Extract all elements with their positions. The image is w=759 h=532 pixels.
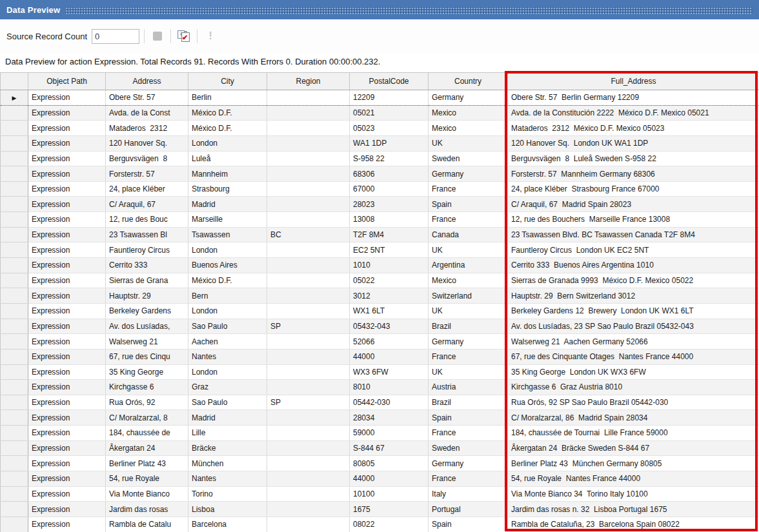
table-cell[interactable]: Germany (429, 334, 508, 350)
row-selector[interactable] (1, 288, 28, 304)
validate-button[interactable] (176, 28, 192, 44)
table-cell[interactable]: SP (267, 395, 350, 410)
table-cell[interactable]: London (188, 135, 267, 151)
table-cell[interactable] (267, 349, 350, 364)
table-cell[interactable] (267, 258, 350, 273)
table-cell[interactable]: Bern (188, 288, 267, 304)
table-cell[interactable]: Sweden (429, 440, 508, 456)
stop-button[interactable] (149, 28, 166, 44)
table-cell[interactable]: 10100 (350, 486, 429, 502)
table-cell[interactable]: Expression (28, 334, 106, 350)
table-cell[interactable]: Mexico (429, 273, 508, 288)
table-cell[interactable] (267, 364, 350, 380)
table-cell[interactable]: Berkeley Gardens 12 Brewery London UK WX… (508, 303, 759, 319)
table-cell[interactable]: Expression (28, 258, 106, 273)
table-cell[interactable]: Expression (28, 440, 106, 456)
table-cell[interactable]: Berkeley Gardens (106, 303, 188, 319)
table-cell[interactable]: México D.F. (188, 105, 267, 121)
table-cell[interactable]: C/ Araquil, 67 (106, 197, 188, 212)
table-cell[interactable]: Forsterstr. 57 (106, 166, 188, 182)
table-cell[interactable]: London (188, 303, 267, 319)
table-cell[interactable] (267, 486, 350, 502)
table-cell[interactable]: 35 King George (106, 364, 188, 380)
table-cell[interactable]: 05023 (350, 121, 429, 136)
row-selector[interactable] (1, 303, 28, 319)
table-cell[interactable]: 05432-043 (350, 319, 429, 334)
table-cell[interactable]: Expression (28, 90, 106, 106)
table-cell[interactable]: UK (429, 242, 508, 258)
table-cell[interactable]: Spain (429, 517, 508, 532)
table-cell[interactable]: Mannheim (188, 166, 267, 182)
row-selector-header[interactable] (1, 73, 28, 90)
table-cell[interactable]: Avda. de la Constitución 2222 México D.F… (508, 105, 759, 121)
table-cell[interactable]: Germany (429, 90, 508, 106)
table-cell[interactable]: WX1 6LT (350, 303, 429, 319)
table-cell[interactable]: France (429, 426, 508, 441)
column-header[interactable]: PostalCode (350, 73, 429, 90)
source-record-count-input[interactable] (92, 29, 139, 44)
table-cell[interactable]: Kirchgasse 6 (106, 380, 188, 395)
table-cell[interactable] (267, 90, 350, 106)
table-cell[interactable]: 67, rue des Cinqu (106, 349, 188, 364)
table-cell[interactable]: Expression (28, 212, 106, 228)
row-selector[interactable] (1, 258, 28, 273)
row-selector[interactable] (1, 440, 28, 456)
table-cell[interactable]: Mataderos 2312 México D.F. Mexico 05023 (508, 121, 759, 136)
table-cell[interactable]: Hauptstr. 29 Bern Switzerland 3012 (508, 288, 759, 304)
table-cell[interactable]: WX3 6FW (350, 364, 429, 380)
table-cell[interactable]: Expression (28, 364, 106, 380)
table-cell[interactable]: 184, chaussée de Tournai Lille France 59… (508, 426, 759, 441)
table-cell[interactable] (267, 517, 350, 532)
table-cell[interactable]: Torino (188, 486, 267, 502)
table-cell[interactable]: 120 Hanover Sq. London UK WA1 1DP (508, 135, 759, 151)
table-cell[interactable]: Berliner Platz 43 (106, 456, 188, 471)
table-cell[interactable] (267, 426, 350, 441)
table-cell[interactable]: 59000 (350, 426, 429, 441)
table-cell[interactable]: 05021 (350, 105, 429, 121)
table-cell[interactable] (267, 456, 350, 471)
table-cell[interactable]: UK (429, 364, 508, 380)
table-cell[interactable]: 52066 (350, 334, 429, 350)
table-cell[interactable] (267, 471, 350, 487)
table-cell[interactable]: Graz (188, 380, 267, 395)
table-cell[interactable]: Rambla de Cataluña, 23 Barcelona Spain 0… (508, 517, 759, 532)
table-cell[interactable]: Expression (28, 242, 106, 258)
table-cell[interactable]: Austria (429, 380, 508, 395)
table-cell[interactable]: Expression (28, 349, 106, 364)
table-cell[interactable]: Germany (429, 166, 508, 182)
table-cell[interactable]: Expression (28, 166, 106, 182)
table-cell[interactable]: C/ Araquil, 67 Madrid Spain 28023 (508, 197, 759, 212)
table-cell[interactable]: France (429, 471, 508, 487)
table-cell[interactable]: Expression (28, 471, 106, 487)
table-cell[interactable]: Via Monte Bianco (106, 486, 188, 502)
table-cell[interactable]: 54, rue Royale Nantes France 44000 (508, 471, 759, 487)
row-selector[interactable] (1, 349, 28, 364)
table-cell[interactable]: Expression (28, 181, 106, 197)
table-cell[interactable]: 28034 (350, 410, 429, 426)
table-cell[interactable]: S-958 22 (350, 151, 429, 166)
table-cell[interactable]: Madrid (188, 410, 267, 426)
row-selector[interactable] (1, 135, 28, 151)
table-cell[interactable]: Expression (28, 486, 106, 502)
table-cell[interactable]: Portugal (429, 502, 508, 517)
table-cell[interactable]: Brazil (429, 319, 508, 334)
table-cell[interactable] (267, 151, 350, 166)
table-cell[interactable]: München (188, 456, 267, 471)
table-cell[interactable]: Marseille (188, 212, 267, 228)
table-cell[interactable]: Sierras de Granada 9993 México D.F. Mexi… (508, 273, 759, 288)
table-cell[interactable]: Obere Str. 57 Berlin Germany 12209 (508, 90, 759, 106)
table-cell[interactable]: Canada (429, 227, 508, 242)
table-cell[interactable]: Expression (28, 227, 106, 242)
row-selector[interactable]: ▶ (1, 90, 28, 106)
table-cell[interactable]: Buenos Aires (188, 258, 267, 273)
column-header[interactable]: Object Path (28, 73, 106, 90)
table-cell[interactable]: 1675 (350, 502, 429, 517)
table-cell[interactable]: Expression (28, 303, 106, 319)
row-selector[interactable] (1, 395, 28, 410)
table-cell[interactable]: 35 King George London UK WX3 6FW (508, 364, 759, 380)
table-cell[interactable]: Mexico (429, 105, 508, 121)
table-cell[interactable]: Av. dos Lusíadas, 23 SP Sao Paulo Brazil… (508, 319, 759, 334)
table-cell[interactable]: Sao Paulo (188, 395, 267, 410)
table-cell[interactable]: Spain (429, 410, 508, 426)
table-cell[interactable]: Expression (28, 319, 106, 334)
